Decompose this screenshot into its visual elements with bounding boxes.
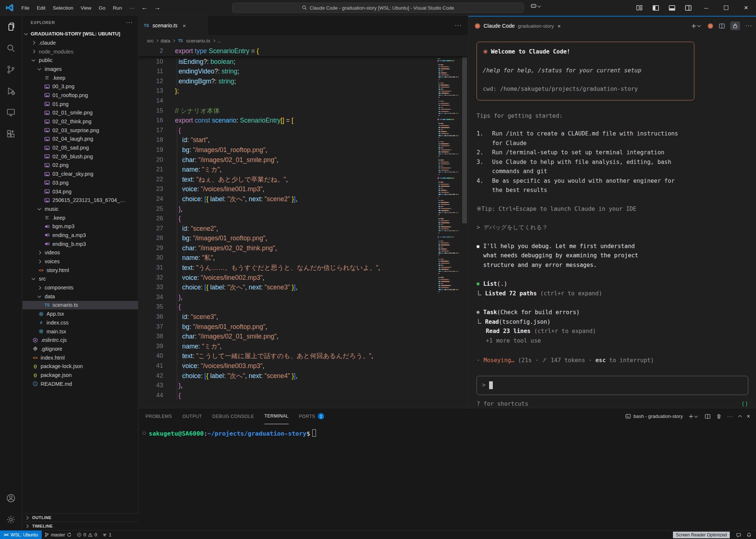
file-02-03-surprise-png[interactable]: 02_03_surprise.png bbox=[23, 126, 138, 135]
settings-gear-icon[interactable] bbox=[0, 509, 22, 530]
toggle-auxiliary-bar-icon[interactable] bbox=[680, 0, 696, 16]
code-line-29[interactable]: 29 char: "/images/02_02_think.png", bbox=[139, 243, 468, 253]
command-center-search[interactable]: Claude Code - graduation-story [WSL: Ubu… bbox=[232, 3, 524, 13]
code-line-12[interactable]: 12 endingBgm?: string; bbox=[139, 76, 468, 86]
account-icon[interactable] bbox=[0, 487, 22, 509]
toggle-panel-icon[interactable] bbox=[664, 0, 680, 16]
notifications-bell-icon[interactable] bbox=[744, 531, 756, 539]
file-ending-b-mp3[interactable]: ending_b.mp3 bbox=[23, 240, 138, 248]
code-line-39[interactable]: 39 name: "ミカ", bbox=[139, 341, 468, 351]
file-01-png[interactable]: 01.png bbox=[23, 100, 138, 109]
nav-forward-icon[interactable]: → bbox=[151, 4, 164, 11]
file-02-png[interactable]: 02.png bbox=[23, 161, 138, 170]
file-01-rooftop-png[interactable]: 01_rooftop.png bbox=[23, 91, 138, 100]
folder-voices[interactable]: voices bbox=[23, 257, 138, 266]
feedback-icon[interactable] bbox=[733, 531, 744, 539]
new-session-button[interactable] bbox=[691, 23, 702, 29]
maximize-panel-icon[interactable] bbox=[738, 415, 742, 419]
file-app-tsx[interactable]: App.tsx bbox=[23, 309, 138, 318]
menu-[interactable]: ··· bbox=[126, 4, 138, 12]
file-00-3-png[interactable]: 00_3.png bbox=[23, 82, 138, 91]
file-250615-223121-163-6704-[interactable]: 250615_223121_163_6704_… bbox=[23, 196, 138, 205]
code-line-32[interactable]: 32 voice: "/voices/line002.mp3", bbox=[139, 273, 468, 283]
code-area[interactable]: 2export type ScenarioEntry = { 10 isEndi… bbox=[139, 46, 468, 408]
code-line-41[interactable]: 41 voice: "/voices/line003.mp3", bbox=[139, 361, 468, 371]
claude-tab-title[interactable]: Claude Code bbox=[484, 23, 515, 29]
tab-problems[interactable]: PROBLEMS bbox=[145, 408, 172, 424]
code-line-15[interactable]: 15// シナリオ本体 bbox=[139, 106, 468, 116]
breadcrumb-item[interactable]: data bbox=[161, 38, 170, 44]
code-line-37[interactable]: 37 bg: "/images/01_rooftop.png", bbox=[139, 322, 468, 332]
code-line-31[interactable]: 31 text: "うん……。もうすぐだと思うと、なんだか信じられないよ。", bbox=[139, 263, 468, 273]
file-03-png[interactable]: 03.png bbox=[23, 178, 138, 187]
breadcrumb-item[interactable]: scenario.ts bbox=[186, 38, 210, 44]
git-branch-item[interactable]: master bbox=[42, 531, 74, 539]
screen-reader-optimized-item[interactable]: Screen Reader Optimized bbox=[673, 532, 730, 538]
file-02-06-blush-png[interactable]: 02_06_blush.png bbox=[23, 152, 138, 161]
breadcrumb-item[interactable]: ... bbox=[217, 38, 221, 44]
file--keep[interactable]: .keep bbox=[23, 73, 138, 82]
new-terminal-button[interactable] bbox=[688, 414, 699, 419]
code-line-20[interactable]: 20 char: "/images/02_01_smile.png", bbox=[139, 155, 468, 165]
tab-debug-console[interactable]: DEBUG CONSOLE bbox=[212, 408, 254, 424]
code-line-2[interactable]: 2export type ScenarioEntry = { bbox=[139, 46, 468, 56]
tab-terminal[interactable]: TERMINAL bbox=[264, 408, 289, 424]
menu-go[interactable]: Go bbox=[95, 4, 109, 12]
code-line-19[interactable]: 19 bg: "/images/01_rooftop.png", bbox=[139, 145, 468, 155]
kill-terminal-icon[interactable] bbox=[716, 413, 722, 419]
close-panel-icon[interactable]: × bbox=[747, 413, 750, 420]
code-line-11[interactable]: 11 endingVideo?: string; bbox=[139, 66, 468, 76]
code-line-27[interactable]: 27 id: "scene2", bbox=[139, 224, 468, 234]
timeline-section[interactable]: TIMELINE bbox=[23, 522, 138, 530]
file-package-json[interactable]: {}package.json bbox=[23, 371, 138, 380]
toggle-sidebar-icon[interactable] bbox=[647, 0, 664, 16]
minimize-button[interactable]: ─ bbox=[696, 0, 716, 16]
code-line-25[interactable]: 25 }, bbox=[139, 204, 468, 214]
minimap[interactable] bbox=[437, 46, 460, 408]
terminal-instance-label[interactable]: bash - graduation-story bbox=[625, 413, 683, 419]
folder-images[interactable]: images bbox=[23, 65, 138, 73]
menu-edit[interactable]: Edit bbox=[33, 4, 49, 12]
folder-videos[interactable]: videos bbox=[23, 248, 138, 257]
file-package-lock-json[interactable]: {}package-lock.json bbox=[23, 362, 138, 371]
panel-more-actions-icon[interactable]: ··· bbox=[727, 413, 733, 419]
code-line-26[interactable]: 26 { bbox=[139, 214, 468, 224]
file-034-png[interactable]: 034.png bbox=[23, 187, 138, 196]
code-line-23[interactable]: 23 voice: "/voices/line001.mp3", bbox=[139, 184, 468, 194]
code-line-28[interactable]: 28 bg: "/images/01_rooftop.png", bbox=[139, 233, 468, 243]
file-story-html[interactable]: <>story.html bbox=[23, 266, 138, 275]
copilot-menu-button[interactable] bbox=[530, 3, 542, 9]
claude-spark-button-icon[interactable] bbox=[707, 23, 714, 29]
breadcrumb-item[interactable]: src bbox=[147, 38, 154, 44]
panel-more-actions-icon[interactable]: ··· bbox=[745, 23, 752, 29]
file-02-01-smile-png[interactable]: 02_01_smile.png bbox=[23, 109, 138, 117]
explorer-icon[interactable] bbox=[0, 16, 22, 37]
menu-view[interactable]: View bbox=[77, 4, 95, 12]
breadcrumb[interactable]: srcdataTSscenario.ts... bbox=[139, 35, 468, 46]
explorer-more-actions-icon[interactable]: ··· bbox=[126, 19, 133, 26]
problems-item[interactable]: 0 0 bbox=[74, 531, 100, 539]
folder-components[interactable]: components bbox=[23, 283, 138, 292]
remote-indicator[interactable]: >< WSL: Ubuntu bbox=[0, 531, 42, 539]
code-line-44[interactable]: 44 { bbox=[139, 391, 468, 401]
extensions-icon[interactable] bbox=[0, 123, 22, 144]
folder-data[interactable]: data bbox=[23, 292, 138, 301]
code-line-21[interactable]: 21 name: "ミカ", bbox=[139, 165, 468, 175]
tab-ports[interactable]: PORTS1 bbox=[299, 408, 324, 424]
folder-music[interactable]: music bbox=[23, 205, 138, 213]
file-ending-a-mp3[interactable]: ending_a.mp3 bbox=[23, 231, 138, 240]
file-02-05-sad-png[interactable]: 02_05_sad.png bbox=[23, 143, 138, 152]
code-line-34[interactable]: 34 }, bbox=[139, 292, 468, 302]
file-scenario-ts[interactable]: TSscenario.ts bbox=[23, 301, 138, 310]
code-line-42[interactable]: 42 choice: [{ label: "次へ", next: "scene4… bbox=[139, 371, 468, 381]
code-line-36[interactable]: 36 id: "scene3", bbox=[139, 312, 468, 322]
menu-selection[interactable]: Selection bbox=[49, 4, 77, 12]
menu-file[interactable]: File bbox=[18, 4, 33, 12]
code-line-35[interactable]: 35 { bbox=[139, 302, 468, 312]
tab-scenario-ts[interactable]: TS scenario.ts × bbox=[139, 16, 208, 35]
close-button[interactable]: × bbox=[736, 0, 756, 16]
editor-more-actions-icon[interactable]: ··· bbox=[455, 22, 462, 29]
file-index-css[interactable]: #index.css bbox=[23, 318, 138, 327]
customize-layout-icon[interactable] bbox=[631, 0, 647, 16]
forwarded-ports-item[interactable]: 1 bbox=[100, 531, 114, 539]
